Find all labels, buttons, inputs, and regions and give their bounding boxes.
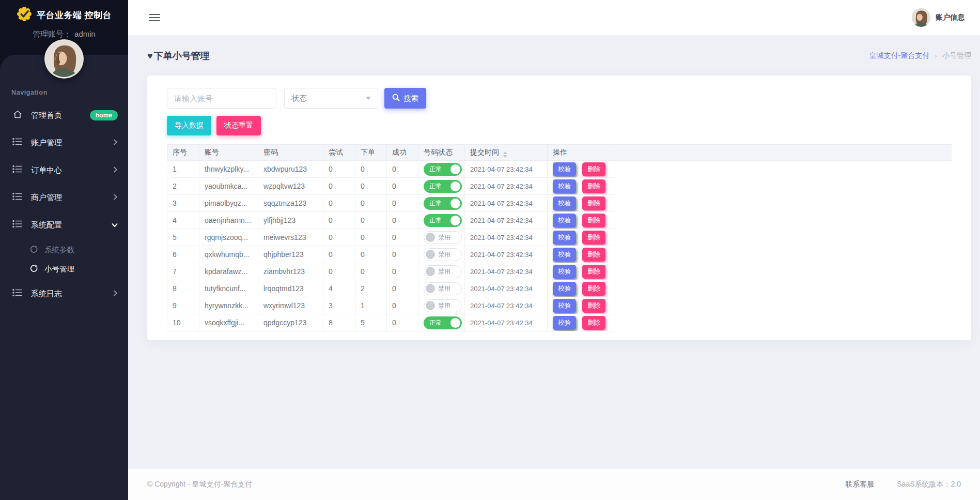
status-toggle[interactable]: 正常 — [424, 197, 462, 210]
sidebar-item-accounts[interactable]: 账户管理 — [0, 131, 128, 155]
cell-success: 0 — [387, 280, 418, 297]
status-toggle[interactable]: 正常 — [424, 316, 462, 329]
account-menu[interactable]: 账户信息 — [912, 8, 965, 27]
cell-actions: 校验 删除 — [548, 280, 615, 297]
table-row: 10 vsoqkxffgji... qpdgccyp123 8 5 0 正常 2… — [167, 314, 952, 331]
cell-actions: 校验 删除 — [548, 229, 615, 246]
delete-button[interactable]: 删除 — [582, 162, 605, 176]
cell-actions: 校验 删除 — [548, 263, 615, 280]
status-toggle[interactable]: 正常 — [424, 214, 462, 227]
cell-attempts: 0 — [323, 195, 355, 212]
verify-button[interactable]: 校验 — [553, 248, 576, 262]
cell-time: 2021-04-07 23:42:34 — [465, 280, 548, 297]
cell-account: pimaolbyqz... — [199, 195, 258, 212]
cell-index: 6 — [167, 246, 199, 263]
heart-icon: ♥ — [147, 51, 153, 62]
delete-button[interactable]: 删除 — [582, 299, 605, 313]
cell-filler — [615, 161, 952, 178]
cell-index: 9 — [167, 297, 199, 314]
delete-button[interactable]: 删除 — [582, 214, 605, 228]
sidebar-item-system-config[interactable]: 系统配置 — [0, 213, 128, 237]
status-toggle[interactable]: 禁用 — [424, 231, 462, 244]
verify-button[interactable]: 校验 — [553, 282, 576, 296]
verify-button[interactable]: 校验 — [553, 265, 576, 279]
home-icon — [12, 109, 23, 122]
sidebar-item-label: 系统配置 — [31, 220, 103, 230]
cell-account: oaenjnharnn... — [199, 212, 258, 229]
status-toggle[interactable]: 正常 — [424, 180, 462, 193]
toggle-knob-icon — [426, 301, 435, 310]
menu-toggle-button[interactable] — [149, 12, 160, 23]
main-column: 账户信息 ♥ 下单小号管理 皇城支付-聚合支付 › 小号管理 状态 — [128, 0, 980, 500]
delete-button[interactable]: 删除 — [582, 282, 605, 296]
cell-attempts: 0 — [323, 229, 355, 246]
breadcrumb-link[interactable]: 皇城支付-聚合支付 — [869, 51, 930, 60]
toggle-knob-icon — [450, 318, 460, 328]
verify-button[interactable]: 校验 — [553, 179, 576, 193]
delete-button[interactable]: 删除 — [582, 231, 605, 245]
sidebar-item-orders[interactable]: 订单中心 — [0, 158, 128, 182]
sidebar-item-home[interactable]: 管理首页 home — [0, 103, 128, 127]
verify-button[interactable]: 校验 — [553, 196, 576, 210]
sidebar-item-label: 订单中心 — [31, 165, 105, 175]
toggle-knob-icon — [426, 267, 435, 276]
cell-password: ziambvhr123 — [258, 263, 323, 280]
delete-button[interactable]: 删除 — [582, 316, 605, 330]
sort-icon[interactable] — [503, 151, 507, 158]
status-toggle[interactable]: 禁用 — [424, 282, 462, 295]
version-value: 2.0 — [951, 480, 961, 488]
status-toggle[interactable]: 禁用 — [424, 248, 462, 261]
cell-success: 0 — [387, 178, 418, 195]
sidebar-item-label: 系统日志 — [31, 289, 105, 299]
cell-success: 0 — [387, 297, 418, 314]
topbar: 账户信息 — [128, 0, 980, 35]
cell-time: 2021-04-07 23:42:34 — [465, 161, 548, 178]
status-toggle-label: 正常 — [429, 319, 450, 327]
chevron-right-icon — [113, 138, 118, 147]
sidebar-subitem-system-params[interactable]: 系统参数 — [0, 240, 128, 260]
cell-account: rgqmjszooq... — [199, 229, 258, 246]
account-search-input[interactable] — [167, 88, 276, 109]
sidebar-item-system-logs[interactable]: 系统日志 — [0, 282, 128, 306]
status-toggle[interactable]: 禁用 — [424, 299, 462, 312]
verify-button[interactable]: 校验 — [553, 299, 576, 313]
cell-status: 禁用 — [418, 246, 465, 263]
cell-orders: 1 — [355, 297, 387, 314]
verify-button[interactable]: 校验 — [553, 214, 576, 228]
contact-support-link[interactable]: 联系客服 — [845, 480, 874, 489]
sidebar-menu: 管理首页 home 账户管理 — [0, 103, 128, 306]
toggle-knob-icon — [426, 284, 435, 293]
delete-button[interactable]: 删除 — [582, 196, 605, 210]
sidebar-panel: Navigation 管理首页 home — [0, 55, 128, 500]
col-password: 密码 — [258, 145, 323, 161]
sidebar-subitem-alt-accounts[interactable]: 小号管理 — [0, 260, 128, 279]
cell-actions: 校验 删除 — [548, 161, 615, 178]
status-toggle[interactable]: 正常 — [424, 163, 462, 176]
verify-button[interactable]: 校验 — [553, 162, 576, 176]
title-row: ♥ 下单小号管理 皇城支付-聚合支付 › 小号管理 — [147, 50, 971, 62]
dropdown-caret-icon — [366, 97, 371, 100]
cell-account: kpdarafawz... — [199, 263, 258, 280]
page-title-text: 下单小号管理 — [154, 50, 210, 62]
search-button[interactable]: 搜索 — [384, 88, 426, 109]
delete-button[interactable]: 删除 — [582, 179, 605, 193]
col-attempts: 尝试 — [323, 145, 355, 161]
status-toggle[interactable]: 禁用 — [424, 265, 462, 278]
cell-filler — [615, 229, 952, 246]
alt-accounts-table: 序号 账号 密码 尝试 下单 成功 号码状态 提交时间 操作 — [167, 144, 952, 331]
cell-time: 2021-04-07 23:42:34 — [465, 212, 548, 229]
delete-button[interactable]: 删除 — [582, 248, 605, 262]
cell-account: yaoubmkca... — [199, 178, 258, 195]
cell-password: ylfjhbjj123 — [258, 212, 323, 229]
user-avatar[interactable] — [44, 39, 84, 79]
sidebar-item-merchants[interactable]: 商户管理 — [0, 186, 128, 209]
delete-button[interactable]: 删除 — [582, 265, 605, 279]
verify-button[interactable]: 校验 — [553, 316, 576, 330]
verify-button[interactable]: 校验 — [553, 231, 576, 245]
col-actions: 操作 — [548, 145, 615, 161]
sidebar-item-label: 管理首页 — [31, 111, 82, 120]
status-select[interactable]: 状态 — [284, 88, 378, 109]
col-time-label: 提交时间 — [470, 148, 499, 156]
status-reset-button[interactable]: 状态重置 — [216, 116, 261, 135]
import-data-button[interactable]: 导入数据 — [167, 116, 211, 135]
